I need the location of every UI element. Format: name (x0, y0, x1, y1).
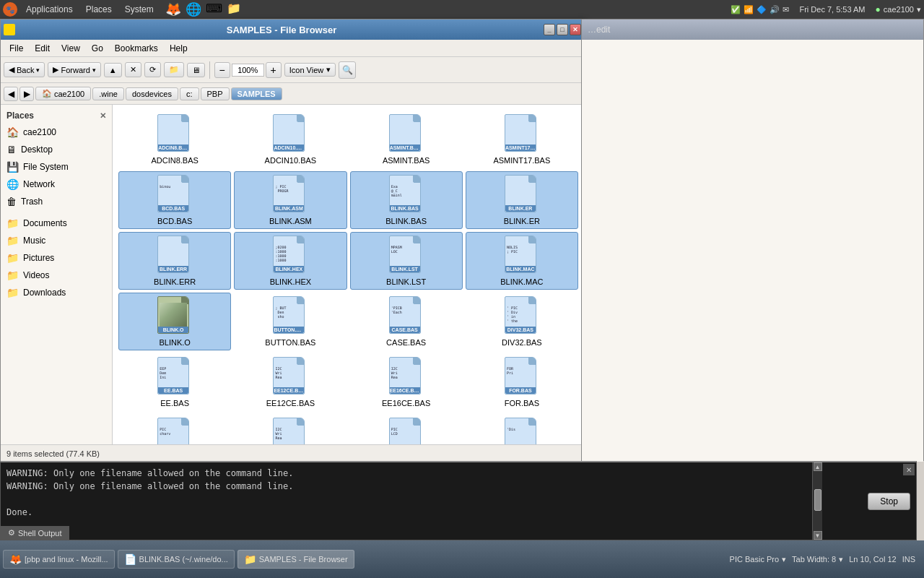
file-item[interactable]: ASMINT.BASASMINT.BAS (350, 111, 463, 168)
shell-scrollbar[interactable]: ▲ ▼ (812, 462, 822, 540)
file-item[interactable]: MPASM LOCBLINK.LSTBLINK.LST (350, 232, 463, 290)
pic-basic-dropdown-icon[interactable]: ▾ (782, 555, 786, 564)
back-dropdown-icon[interactable]: ▾ (36, 66, 40, 74)
sidebar-item-documents[interactable]: 📁 Documents (1, 215, 112, 232)
file-icon-text: PIC LCD (390, 426, 420, 437)
breadcrumb-back-button[interactable]: ◀ (4, 87, 18, 101)
window-menubar: File Edit View Go Bookmarks Help (1, 40, 584, 57)
close-button[interactable]: ✕ (570, 24, 581, 35)
file-item[interactable]: I2C Wri ReaEE12CE.BASEE12CE.BAS (234, 353, 346, 411)
file-item[interactable]: ;0200 :1000 :1000 :1000BLINK.HEXBLINK.HE… (234, 232, 346, 290)
sidebar-item-network[interactable]: 🌐 Network (1, 176, 112, 193)
file-item[interactable]: ASMINT17.BASASMINT17.BAS (466, 111, 578, 168)
shell-close-button[interactable]: ✕ (903, 464, 915, 475)
zoom-out-button[interactable]: − (214, 62, 230, 78)
back-icon: ◀ (9, 65, 14, 74)
file-icon: 'PICB 'EachCASE.BAS (389, 296, 424, 337)
user-dropdown-icon[interactable]: ▾ (917, 5, 921, 14)
taskbar-item-filebrowser[interactable]: 📁 SAMPLES - File Browser (237, 550, 354, 569)
file-icon: BLINK.O (157, 296, 192, 337)
scroll-thumb[interactable] (814, 489, 821, 511)
sidebar-item-downloads[interactable]: 📁 Downloads (1, 284, 112, 301)
menu-bookmarks[interactable]: Bookmarks (109, 42, 164, 55)
location-button[interactable]: 📁 (164, 62, 184, 77)
taskbar-item-firefox[interactable]: 🦊 [pbp and linux - Mozill... (3, 550, 115, 569)
scroll-up-button[interactable]: ▲ (814, 462, 822, 471)
menu-system[interactable]: System (121, 3, 158, 16)
breadcrumb-dosdevices[interactable]: dosdevices (126, 87, 178, 100)
sidebar-item-pictures[interactable]: 📁 Pictures (1, 249, 112, 267)
files-icon[interactable]: 📁 (227, 1, 241, 17)
sidebar-item-music[interactable]: 📁 Music (1, 232, 112, 249)
file-item[interactable]: PIC charvHSER.BASHSER.BAS (118, 414, 231, 444)
file-item[interactable]: ; PIC PROGRBLINK.ASMBLINK.ASM (234, 171, 346, 229)
computer-button[interactable]: 🖥 (187, 63, 205, 77)
file-item[interactable]: BLINK.ERRBLINK.ERR (118, 232, 231, 290)
menu-edit[interactable]: Edit (29, 42, 56, 55)
breadcrumb-home[interactable]: 🏠 cae2100 (35, 87, 91, 100)
sidebar-item-trash[interactable]: 🗑 Trash (1, 193, 112, 210)
up-button[interactable]: ▲ (104, 63, 122, 77)
file-item[interactable]: Exa @_C mainlBLINK.BASBLINK.BAS (350, 171, 463, 229)
minimize-button[interactable]: _ (544, 24, 555, 35)
maximize-button[interactable]: □ (557, 24, 568, 35)
sidebar-item-desktop[interactable]: 🖥 Desktop (1, 141, 112, 158)
file-icon-text: MPASM LOC (390, 243, 420, 255)
stop-button[interactable]: ✕ (125, 62, 141, 77)
file-item[interactable]: BLINK.OBLINK.O (118, 293, 231, 350)
file-item[interactable]: ; BUT Den shoBUTTON.BASBUTTON.BAS (234, 293, 346, 350)
reload-button[interactable]: ⟳ (144, 62, 161, 77)
file-item[interactable]: ADCIN10.BASADCIN10.BAS (234, 111, 346, 168)
sidebar-close-button[interactable]: ✕ (100, 111, 106, 121)
menu-help[interactable]: Help (164, 42, 193, 55)
breadcrumb-pbp[interactable]: PBP (201, 87, 230, 100)
menu-go[interactable]: Go (86, 42, 109, 55)
terminal-icon[interactable]: ⌨ (206, 1, 222, 17)
sidebar-item-videos[interactable]: 📁 Videos (1, 267, 112, 284)
menu-applications[interactable]: Applications (22, 3, 77, 16)
tab-width-dropdown-icon[interactable]: ▾ (839, 555, 843, 564)
file-icon: MPASM LOCBLINK.LST (389, 236, 424, 276)
search-button[interactable]: 🔍 (339, 61, 356, 79)
taskbar-item-editor[interactable]: 📄 BLINK.BAS (~/.wine/do... (118, 550, 235, 569)
taskbar-editor-label: BLINK.BAS (~/.wine/do... (139, 555, 228, 564)
file-item[interactable]: 'PICB 'EachCASE.BASCASE.BAS (350, 293, 463, 350)
menu-file[interactable]: File (4, 42, 29, 55)
network-icon[interactable]: 🌐 (186, 1, 201, 17)
file-label: DIV32.BAS (502, 338, 542, 347)
sidebar-item-filesystem[interactable]: 💾 File System (1, 158, 112, 176)
breadcrumb-wine[interactable]: .wine (92, 87, 124, 100)
firefox-icon[interactable]: 🦊 (165, 1, 181, 17)
file-item[interactable]: binouBCD.BASBCD.BAS (118, 171, 231, 229)
bluetooth-icon: 🔷 (757, 5, 767, 14)
scroll-down-button[interactable]: ▼ (814, 531, 822, 540)
forward-label: Forward (61, 66, 90, 74)
file-item[interactable]: EEP Dem IniEE.BASEE.BAS (118, 353, 231, 411)
file-item[interactable]: I2C Wri ReaI2C.BASI2C.BAS (234, 414, 346, 444)
file-item[interactable]: ADCIN8.BASADCIN8.BAS (118, 111, 231, 168)
file-icon: I2C Wri ReaEE16CE.BAS (389, 357, 424, 397)
menu-view[interactable]: View (56, 42, 86, 55)
breadcrumb-c[interactable]: c: (180, 87, 199, 100)
shell-stop-button[interactable]: Stop (868, 493, 910, 510)
back-button[interactable]: ◀ Back ▾ (4, 62, 45, 77)
view-dropdown[interactable]: Icon View ▾ (284, 63, 336, 77)
forward-dropdown-icon[interactable]: ▾ (92, 66, 96, 74)
file-item[interactable]: ' PIC ' Div ' in ' theDIV32.BASDIV32.BAS (466, 293, 578, 350)
file-item[interactable]: NOLIS ; PICBLINK.MACBLINK.MAC (466, 232, 578, 290)
menu-places[interactable]: Places (82, 3, 116, 16)
tab-width-selector[interactable]: Tab Width: 8 ▾ (792, 555, 843, 564)
breadcrumb-samples[interactable]: SAMPLES (231, 87, 282, 100)
file-item[interactable]: PIC LCDLCD.BASLCD.BAS (350, 414, 463, 444)
forward-button[interactable]: ▶ Forward ▾ (48, 62, 100, 77)
shell-tab[interactable]: ⚙ Shell Output (1, 526, 69, 540)
file-item[interactable]: I2C Wri ReaEE16CE.BASEE16CE.BAS (350, 353, 463, 411)
zoom-area: − 100% + (214, 62, 282, 78)
sidebar-item-home[interactable]: 🏠 cae2100 (1, 124, 112, 141)
zoom-in-button[interactable]: + (266, 62, 282, 78)
file-item[interactable]: BLINK.ERBLINK.ER (466, 171, 578, 229)
breadcrumb-forward-button[interactable]: ▶ (19, 87, 34, 101)
file-item[interactable]: 'DisLOGIC.BASLOGIC.BAS (466, 414, 578, 444)
file-item[interactable]: FOR PriFOR.BASFOR.BAS (466, 353, 578, 411)
pic-basic-selector[interactable]: PIC Basic Pro ▾ (730, 555, 786, 564)
